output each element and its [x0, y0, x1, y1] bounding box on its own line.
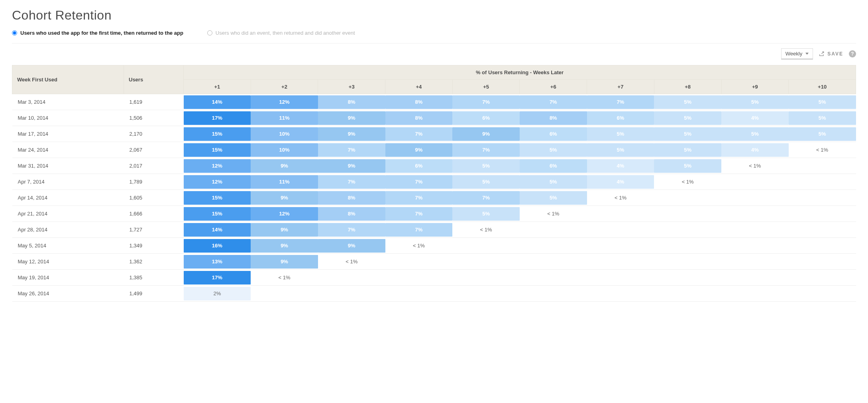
retention-cell: [721, 238, 789, 254]
retention-cell: [654, 286, 721, 302]
header-week-offset: +9: [721, 80, 789, 94]
users-cell: 1,605: [124, 190, 184, 206]
retention-cell: [789, 158, 856, 174]
week-cell: Apr 14, 2014: [12, 190, 124, 206]
radio-event-input[interactable]: [207, 30, 212, 36]
retention-cell: [721, 190, 789, 206]
week-cell: Mar 24, 2014: [12, 142, 124, 158]
retention-cell: 7%: [318, 222, 385, 238]
retention-cell: [721, 206, 789, 222]
week-cell: Apr 21, 2014: [12, 206, 124, 222]
users-cell: 2,067: [124, 142, 184, 158]
retention-cell: 5%: [452, 158, 520, 174]
retention-cell: 15%: [184, 190, 251, 206]
retention-cell: [520, 222, 587, 238]
retention-cell: 5%: [587, 142, 654, 158]
table-row: Mar 24, 20142,06715%10%7%9%7%5%5%5%4%< 1…: [12, 142, 856, 158]
retention-cell: 4%: [721, 110, 789, 126]
week-cell: Mar 31, 2014: [12, 158, 124, 174]
retention-cell: [654, 222, 721, 238]
retention-cell: 8%: [385, 110, 453, 126]
retention-cell: 17%: [184, 110, 251, 126]
week-cell: Mar 10, 2014: [12, 110, 124, 126]
header-week-offset: +2: [251, 80, 318, 94]
table-row: Apr 7, 20141,78912%11%7%7%5%5%4%< 1%: [12, 174, 856, 190]
granularity-value: Weekly: [786, 51, 802, 57]
users-cell: 2,017: [124, 158, 184, 174]
retention-cell: 9%: [318, 158, 385, 174]
cohort-table: Week First Used Users % of Users Returni…: [12, 65, 856, 302]
table-row: May 5, 20141,34916%9%9%< 1%: [12, 238, 856, 254]
header-week-offset: +5: [452, 80, 520, 94]
retention-cell: 7%: [452, 142, 520, 158]
retention-cell: 7%: [452, 94, 520, 110]
retention-cell: 7%: [385, 190, 453, 206]
table-row: Mar 31, 20142,01712%9%9%6%5%6%4%5%< 1%: [12, 158, 856, 174]
retention-cell: 9%: [318, 238, 385, 254]
header-week-offset: +6: [520, 80, 587, 94]
retention-cell: 12%: [184, 174, 251, 190]
retention-cell: 11%: [251, 110, 318, 126]
retention-cell: 8%: [318, 206, 385, 222]
retention-cell: < 1%: [385, 238, 453, 254]
retention-cell: [654, 254, 721, 270]
header-week-offset: +8: [654, 80, 721, 94]
retention-cell: 7%: [520, 94, 587, 110]
retention-cell: 4%: [587, 158, 654, 174]
retention-cell: 5%: [520, 190, 587, 206]
retention-cell: 9%: [251, 190, 318, 206]
retention-cell: 15%: [184, 206, 251, 222]
chevron-down-icon: [805, 53, 809, 55]
users-cell: 1,349: [124, 238, 184, 254]
table-row: Apr 21, 20141,66615%12%8%7%5%< 1%: [12, 206, 856, 222]
header-users: Users: [124, 65, 184, 94]
radio-first-use-input[interactable]: [12, 30, 17, 36]
help-icon[interactable]: ?: [849, 50, 856, 57]
radio-event[interactable]: Users who did an event, then returned an…: [207, 30, 355, 36]
retention-cell: [587, 270, 654, 286]
retention-cell: [587, 254, 654, 270]
retention-cell: [654, 190, 721, 206]
retention-cell: < 1%: [721, 158, 789, 174]
retention-cell: 9%: [251, 238, 318, 254]
retention-cell: [520, 286, 587, 302]
retention-cell: 10%: [251, 126, 318, 142]
retention-cell: 5%: [789, 110, 856, 126]
retention-cell: [587, 286, 654, 302]
granularity-select[interactable]: Weekly: [781, 48, 813, 59]
users-cell: 1,385: [124, 270, 184, 286]
retention-cell: 6%: [520, 158, 587, 174]
retention-cell: 7%: [318, 174, 385, 190]
retention-cell: < 1%: [318, 254, 385, 270]
retention-cell: 9%: [318, 126, 385, 142]
week-cell: May 19, 2014: [12, 270, 124, 286]
retention-cell: 5%: [654, 110, 721, 126]
week-cell: Apr 28, 2014: [12, 222, 124, 238]
retention-cell: 7%: [385, 222, 453, 238]
table-row: Apr 28, 20141,72714%9%7%7%< 1%: [12, 222, 856, 238]
retention-cell: 5%: [789, 94, 856, 110]
retention-cell: 4%: [587, 174, 654, 190]
retention-cell: 5%: [721, 94, 789, 110]
retention-cell: 5%: [654, 158, 721, 174]
retention-cell: [452, 238, 520, 254]
users-cell: 1,619: [124, 94, 184, 110]
radio-first-use[interactable]: Users who used the app for the first tim…: [12, 30, 183, 36]
retention-cell: [452, 254, 520, 270]
table-row: Mar 3, 20141,61914%12%8%8%7%7%7%5%5%5%: [12, 94, 856, 110]
retention-cell: 5%: [721, 126, 789, 142]
week-cell: Apr 7, 2014: [12, 174, 124, 190]
save-label: SAVE: [827, 51, 843, 57]
radio-event-label: Users who did an event, then returned an…: [216, 30, 355, 36]
retention-cell: 5%: [520, 174, 587, 190]
retention-cell: [520, 270, 587, 286]
retention-cell: [789, 222, 856, 238]
save-button[interactable]: SAVE: [819, 51, 843, 57]
retention-cell: 8%: [318, 190, 385, 206]
retention-cell: [587, 238, 654, 254]
retention-cell: 5%: [520, 142, 587, 158]
retention-cell: 6%: [385, 158, 453, 174]
retention-cell: 7%: [452, 190, 520, 206]
week-cell: May 26, 2014: [12, 286, 124, 302]
retention-cell: [789, 206, 856, 222]
